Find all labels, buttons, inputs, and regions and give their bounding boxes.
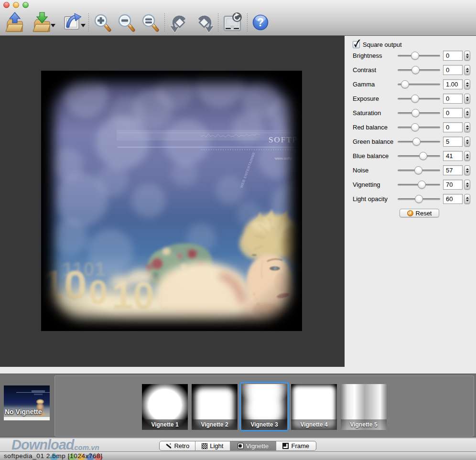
svg-text:?: ?	[257, 16, 264, 29]
